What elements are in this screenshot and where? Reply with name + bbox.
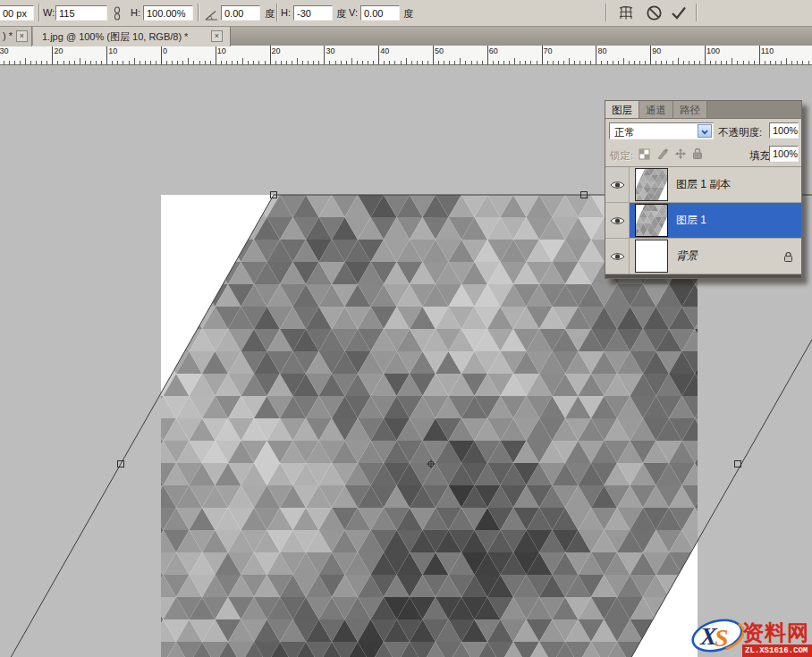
ruler-minor-tick — [210, 61, 211, 64]
close-icon[interactable]: × — [211, 30, 223, 42]
ruler-minor-tick — [514, 58, 515, 64]
layer-thumbnail[interactable] — [635, 240, 668, 273]
ruler-minor-tick — [313, 61, 314, 64]
layers-panel: 图层通道路径 正常 不透明度: 100% 锁定: — [605, 100, 802, 279]
eye-icon[interactable] — [610, 251, 625, 262]
ruler-major-tick — [759, 46, 760, 64]
visibility-toggle[interactable] — [605, 167, 630, 202]
ruler-minor-tick — [172, 61, 173, 64]
ruler-minor-tick — [613, 61, 613, 64]
tab-label: ) * — [3, 30, 13, 41]
ruler-minor-tick — [373, 61, 374, 64]
ruler-minor-tick — [166, 61, 167, 64]
ruler-minor-tick — [351, 58, 352, 64]
lock-all-icon[interactable] — [692, 147, 703, 164]
ruler-minor-tick — [80, 58, 80, 64]
ruler-minor-tick — [579, 61, 580, 64]
layer-row-0[interactable]: 图层 1 副本 — [605, 167, 801, 203]
ruler-minor-tick — [134, 58, 135, 64]
width-field[interactable] — [55, 5, 107, 21]
layer-row-1[interactable]: 图层 1 — [605, 203, 801, 239]
ruler-minor-tick — [678, 58, 679, 64]
layer-name: 背景 — [676, 248, 698, 264]
close-icon[interactable]: × — [16, 30, 28, 42]
ruler-minor-tick — [639, 61, 640, 64]
chevron-down-icon[interactable] — [698, 124, 712, 138]
ruler-tick-label: 60 — [489, 46, 498, 55]
horizontal-ruler[interactable]: 3020100102030405060708090100110120 — [0, 46, 812, 65]
layer-row-2[interactable]: 背景 — [605, 239, 801, 274]
ruler-minor-tick — [226, 61, 227, 64]
commit-transform-icon[interactable] — [670, 5, 688, 24]
panel-tab-bar: 图层通道路径 — [605, 101, 801, 119]
lock-pixels-icon[interactable] — [656, 147, 669, 164]
ruler-minor-tick — [645, 61, 646, 64]
warp-mode-icon[interactable] — [617, 5, 634, 24]
ruler-minor-tick — [525, 61, 526, 64]
fill-field[interactable]: 100% — [769, 146, 799, 162]
ruler-minor-tick — [574, 61, 575, 64]
ruler-minor-tick — [765, 61, 765, 64]
panel-tab-图层[interactable]: 图层 — [605, 101, 639, 118]
panel-tab-路径[interactable]: 路径 — [673, 101, 707, 118]
opacity-field[interactable]: 100% — [769, 122, 799, 139]
ruler-minor-tick — [590, 61, 591, 64]
ruler-minor-tick — [368, 61, 368, 64]
watermark: X S 资料网 ZL.XS1616.COM — [690, 616, 812, 657]
link-dimensions-icon[interactable] — [113, 6, 122, 24]
ruler-major-tick — [596, 46, 596, 64]
ruler-minor-tick — [248, 61, 249, 64]
ruler-minor-tick — [156, 61, 156, 64]
lock-transparency-icon[interactable] — [639, 147, 650, 164]
visibility-toggle[interactable] — [605, 239, 630, 274]
ruler-minor-tick — [797, 61, 798, 64]
ruler-minor-tick — [477, 61, 478, 64]
ruler-minor-tick — [117, 61, 118, 64]
ruler-minor-tick — [694, 61, 695, 64]
visibility-toggle[interactable] — [605, 203, 630, 238]
ruler-minor-tick — [553, 61, 554, 64]
ruler-major-tick — [487, 46, 488, 64]
width-label: W: — [43, 7, 55, 18]
ruler-minor-tick — [781, 61, 782, 64]
ruler-minor-tick — [493, 61, 494, 64]
v-skew-field[interactable] — [360, 5, 400, 21]
ruler-minor-tick — [286, 61, 287, 64]
height-label: H: — [131, 7, 140, 18]
ruler-minor-tick — [585, 61, 586, 64]
panel-tab-通道[interactable]: 通道 — [639, 101, 673, 118]
ruler-minor-tick — [537, 61, 537, 64]
ruler-major-tick — [650, 46, 651, 64]
ruler-minor-tick — [509, 61, 510, 64]
active-document-tab[interactable]: 1.jpg @ 100% (图层 10, RGB/8) * × — [33, 27, 231, 46]
eye-icon[interactable] — [610, 215, 625, 226]
layer-thumbnail[interactable] — [635, 168, 668, 201]
position-field[interactable] — [0, 5, 34, 21]
ruler-major-tick — [52, 46, 53, 64]
cancel-transform-icon[interactable] — [646, 4, 663, 25]
ruler-tick-label: 110 — [761, 46, 774, 55]
ruler-major-tick — [542, 46, 543, 64]
ruler-minor-tick — [346, 61, 347, 64]
background-document-tab[interactable]: ) * × — [0, 27, 32, 46]
transform-options-bar: W: H: 度 H: 度 V: 度 — [0, 0, 812, 27]
ruler-minor-tick — [438, 61, 439, 64]
rotate-field[interactable] — [221, 5, 260, 21]
blend-mode-value: 正常 — [614, 126, 635, 139]
ruler-minor-tick — [242, 58, 243, 64]
height-field[interactable] — [143, 5, 193, 21]
rotate-angle-icon — [205, 8, 218, 24]
h-skew-field[interactable] — [293, 5, 333, 21]
layer-thumbnail[interactable] — [635, 204, 668, 237]
ruler-minor-tick — [63, 61, 64, 64]
lock-position-icon[interactable] — [674, 147, 687, 164]
ruler-tick-label: 10 — [108, 46, 117, 55]
svg-text:S: S — [715, 624, 729, 652]
watermark-site-name: 资料网 — [742, 622, 812, 644]
ruler-minor-tick — [802, 61, 803, 64]
blend-mode-dropdown[interactable]: 正常 — [609, 122, 714, 139]
lock-label: 锁定: — [610, 149, 633, 163]
eye-icon[interactable] — [610, 180, 625, 190]
ruler-minor-tick — [656, 61, 656, 64]
ruler-major-tick — [378, 46, 379, 64]
